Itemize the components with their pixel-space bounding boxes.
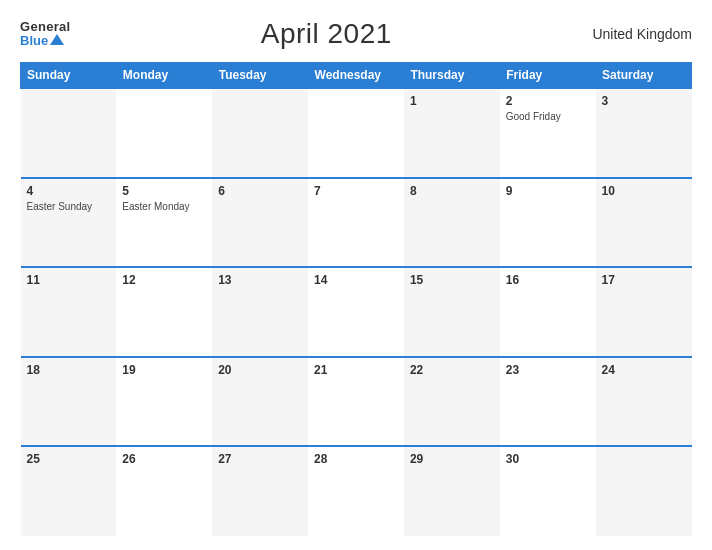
- day-number: 7: [314, 184, 398, 198]
- calendar-week-5: 252627282930: [21, 446, 692, 536]
- day-number: 10: [602, 184, 686, 198]
- calendar-cell-w1-d2: [116, 88, 212, 178]
- calendar-cell-w2-d1: 4Easter Sunday: [21, 178, 117, 268]
- calendar-header: General Blue April 2021 United Kingdom: [20, 18, 692, 50]
- day-number: 23: [506, 363, 590, 377]
- title-area: April 2021: [71, 18, 582, 50]
- day-number: 24: [602, 363, 686, 377]
- day-number: 18: [27, 363, 111, 377]
- calendar-cell-w1-d3: [212, 88, 308, 178]
- calendar-cell-w4-d2: 19: [116, 357, 212, 447]
- day-number: 19: [122, 363, 206, 377]
- header-sunday: Sunday: [21, 63, 117, 89]
- calendar-cell-w2-d2: 5Easter Monday: [116, 178, 212, 268]
- day-number: 8: [410, 184, 494, 198]
- logo-triangle-icon: [50, 34, 64, 45]
- calendar-cell-w5-d1: 25: [21, 446, 117, 536]
- calendar-week-4: 18192021222324: [21, 357, 692, 447]
- day-number: 28: [314, 452, 398, 466]
- calendar-cell-w3-d5: 15: [404, 267, 500, 357]
- day-number: 15: [410, 273, 494, 287]
- calendar-cell-w4-d4: 21: [308, 357, 404, 447]
- header-wednesday: Wednesday: [308, 63, 404, 89]
- day-event: Good Friday: [506, 110, 590, 123]
- calendar-cell-w1-d6: 2Good Friday: [500, 88, 596, 178]
- weekday-header-row: Sunday Monday Tuesday Wednesday Thursday…: [21, 63, 692, 89]
- day-number: 2: [506, 94, 590, 108]
- day-number: 6: [218, 184, 302, 198]
- day-number: 17: [602, 273, 686, 287]
- day-number: 14: [314, 273, 398, 287]
- day-number: 9: [506, 184, 590, 198]
- calendar-cell-w2-d7: 10: [596, 178, 692, 268]
- calendar-cell-w5-d5: 29: [404, 446, 500, 536]
- calendar-week-3: 11121314151617: [21, 267, 692, 357]
- country-label: United Kingdom: [582, 26, 692, 42]
- header-friday: Friday: [500, 63, 596, 89]
- header-saturday: Saturday: [596, 63, 692, 89]
- calendar-cell-w5-d3: 27: [212, 446, 308, 536]
- day-number: 1: [410, 94, 494, 108]
- calendar-week-1: 12Good Friday3: [21, 88, 692, 178]
- logo-general-text: General: [20, 20, 71, 34]
- day-number: 5: [122, 184, 206, 198]
- calendar-cell-w5-d6: 30: [500, 446, 596, 536]
- calendar-cell-w2-d6: 9: [500, 178, 596, 268]
- calendar-cell-w2-d3: 6: [212, 178, 308, 268]
- header-monday: Monday: [116, 63, 212, 89]
- day-number: 11: [27, 273, 111, 287]
- calendar-cell-w2-d5: 8: [404, 178, 500, 268]
- day-number: 30: [506, 452, 590, 466]
- day-number: 12: [122, 273, 206, 287]
- day-number: 26: [122, 452, 206, 466]
- calendar-cell-w4-d6: 23: [500, 357, 596, 447]
- calendar-cell-w3-d2: 12: [116, 267, 212, 357]
- day-number: 3: [602, 94, 686, 108]
- calendar-cell-w3-d3: 13: [212, 267, 308, 357]
- header-thursday: Thursday: [404, 63, 500, 89]
- day-event: Easter Monday: [122, 200, 206, 213]
- calendar-cell-w1-d4: [308, 88, 404, 178]
- calendar-title: April 2021: [261, 18, 392, 49]
- header-tuesday: Tuesday: [212, 63, 308, 89]
- calendar-page: General Blue April 2021 United Kingdom S…: [0, 0, 712, 550]
- day-number: 13: [218, 273, 302, 287]
- day-number: 20: [218, 363, 302, 377]
- calendar-cell-w5-d4: 28: [308, 446, 404, 536]
- day-number: 4: [27, 184, 111, 198]
- calendar-cell-w4-d3: 20: [212, 357, 308, 447]
- calendar-cell-w3-d1: 11: [21, 267, 117, 357]
- calendar-cell-w1-d1: [21, 88, 117, 178]
- calendar-cell-w4-d5: 22: [404, 357, 500, 447]
- logo: General Blue: [20, 20, 71, 49]
- calendar-week-2: 4Easter Sunday5Easter Monday678910: [21, 178, 692, 268]
- calendar-cell-w5-d7: [596, 446, 692, 536]
- day-number: 29: [410, 452, 494, 466]
- day-event: Easter Sunday: [27, 200, 111, 213]
- calendar-cell-w3-d6: 16: [500, 267, 596, 357]
- calendar-cell-w3-d4: 14: [308, 267, 404, 357]
- day-number: 27: [218, 452, 302, 466]
- calendar-cell-w5-d2: 26: [116, 446, 212, 536]
- day-number: 16: [506, 273, 590, 287]
- calendar-cell-w4-d7: 24: [596, 357, 692, 447]
- day-number: 22: [410, 363, 494, 377]
- day-number: 25: [27, 452, 111, 466]
- logo-blue-text: Blue: [20, 34, 48, 48]
- calendar-cell-w1-d5: 1: [404, 88, 500, 178]
- calendar-cell-w1-d7: 3: [596, 88, 692, 178]
- day-number: 21: [314, 363, 398, 377]
- calendar-table: Sunday Monday Tuesday Wednesday Thursday…: [20, 62, 692, 536]
- calendar-cell-w2-d4: 7: [308, 178, 404, 268]
- calendar-cell-w3-d7: 17: [596, 267, 692, 357]
- calendar-cell-w4-d1: 18: [21, 357, 117, 447]
